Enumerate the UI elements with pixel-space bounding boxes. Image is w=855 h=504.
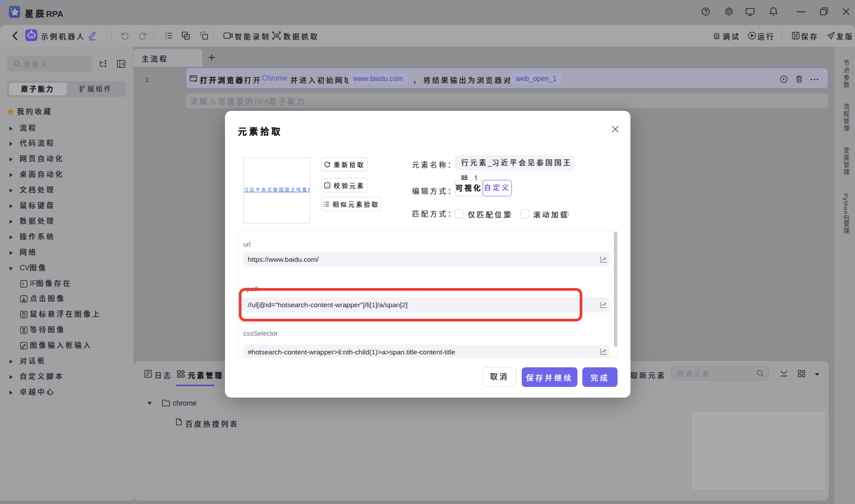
svg-text:if: if (22, 282, 24, 286)
